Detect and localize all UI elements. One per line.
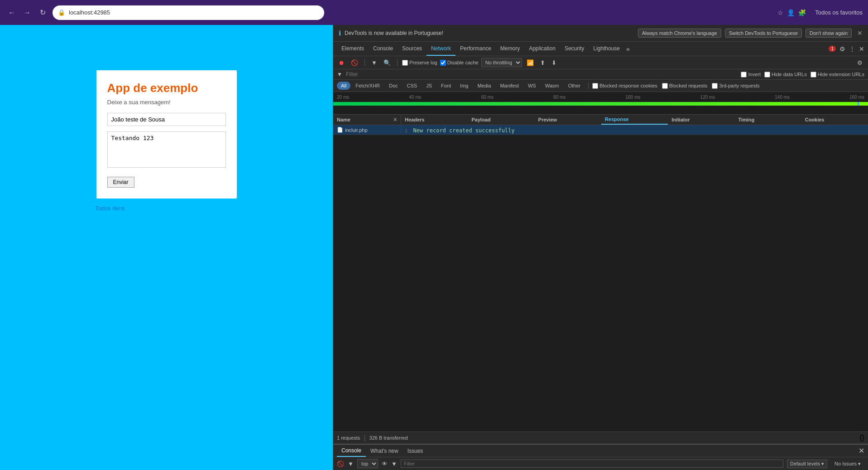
tab-sources[interactable]: Sources: [398, 42, 427, 56]
settings-icon[interactable]: ⚙: [839, 45, 845, 53]
dont-show-again-button[interactable]: Don't show again: [806, 29, 852, 38]
filter-tab-manifest[interactable]: Manifest: [496, 82, 523, 90]
preserve-log-checkbox[interactable]: [402, 60, 408, 66]
invert-checkbox[interactable]: [741, 72, 747, 78]
col-response[interactable]: Response: [601, 115, 668, 125]
settings-icon2[interactable]: ⚙: [855, 58, 864, 67]
default-levels-button[interactable]: Default levels ▾: [787, 460, 827, 468]
app-subtitle: Deixe a sua mensagem!: [107, 99, 226, 106]
filter-toggle-button[interactable]: ▼: [369, 58, 379, 67]
hide-ext-urls-checkbox[interactable]: [810, 72, 816, 78]
blocked-response-cookies-checkbox[interactable]: [592, 83, 598, 89]
filter-tab-other[interactable]: Other: [564, 82, 585, 90]
console-tab-console[interactable]: Console: [337, 445, 366, 457]
filter-tab-js[interactable]: JS: [422, 82, 436, 90]
profile-icon[interactable]: 👤: [787, 9, 795, 16]
col-initiator[interactable]: Initiator: [668, 115, 734, 124]
col-cookies[interactable]: Cookies: [801, 115, 868, 124]
name-input[interactable]: [107, 113, 226, 126]
console-filter-input[interactable]: [401, 460, 783, 468]
submit-button[interactable]: Enviar: [107, 177, 134, 188]
hide-data-urls-checkbox[interactable]: [764, 72, 770, 78]
preserve-log-label: Preserve log: [402, 60, 437, 66]
webpage: App de exemplo Deixe a sua mensagem! Tes…: [0, 25, 333, 470]
record-button[interactable]: ⏺: [337, 58, 346, 67]
status-divider: |: [364, 434, 365, 442]
filter-tab-ws[interactable]: WS: [524, 82, 540, 90]
console-ban-button[interactable]: 🚫: [337, 460, 344, 467]
browser-toolbar: ← → ↻ 🔒 localhost:42985 ☆ 👤 🧩 Todos os f…: [0, 0, 868, 25]
forward-button[interactable]: →: [21, 6, 34, 19]
app-card: App de exemplo Deixe a sua mensagem! Tes…: [96, 70, 237, 199]
console-filter2-icon[interactable]: ▼: [391, 460, 397, 467]
col-headers[interactable]: Headers: [401, 115, 468, 124]
tab-application[interactable]: Application: [524, 42, 560, 56]
tab-lighthouse[interactable]: Lighthouse: [589, 42, 624, 56]
format-button[interactable]: {}: [859, 434, 864, 442]
console-tab-issues[interactable]: Issues: [403, 445, 428, 457]
back-button[interactable]: ←: [5, 6, 18, 19]
todos-link[interactable]: Todos itens: [95, 205, 125, 212]
info-icon: ℹ: [339, 29, 341, 37]
col-timing[interactable]: Timing: [734, 115, 801, 124]
filter-tab-fetch-xhr[interactable]: Fetch/XHR: [351, 82, 384, 90]
filter-tab-media[interactable]: Media: [473, 82, 495, 90]
network-list-header: Name ✕ Headers Payload Preview Response …: [333, 115, 868, 125]
message-textarea[interactable]: Testando 123: [107, 131, 226, 168]
col-preview[interactable]: Preview: [535, 115, 601, 124]
filter-tab-font[interactable]: Font: [437, 82, 455, 90]
tab-memory[interactable]: Memory: [496, 42, 524, 56]
tab-network[interactable]: Network: [427, 42, 456, 56]
console-top-select[interactable]: top: [357, 459, 378, 468]
export-button[interactable]: ⬇: [550, 58, 558, 67]
bookmark-icon[interactable]: ☆: [777, 9, 783, 16]
no-issues-label: No Issues ▾: [831, 461, 864, 467]
tab-elements[interactable]: Elements: [337, 42, 369, 56]
filter-tab-css[interactable]: CSS: [403, 82, 422, 90]
online-icon[interactable]: 📶: [525, 58, 536, 67]
col-payload[interactable]: Payload: [468, 115, 534, 124]
console-close-button[interactable]: ✕: [858, 446, 864, 455]
more-options-icon[interactable]: ⋮: [849, 45, 855, 53]
transferred-size: 326 B transferred: [369, 435, 408, 441]
extensions-icon[interactable]: 🧩: [798, 9, 806, 16]
switch-devtools-button[interactable]: Switch DevTools to Portuguese: [725, 29, 802, 38]
search-button[interactable]: 🔍: [382, 58, 393, 67]
console-eye-icon[interactable]: 👁: [382, 460, 388, 467]
console-filter-icon[interactable]: ▼: [348, 460, 354, 467]
notification-close-button[interactable]: ✕: [857, 29, 863, 37]
table-row[interactable]: 📄 incluir.php 1 New record created succe…: [333, 125, 868, 135]
toolbar-divider2: [397, 59, 398, 66]
col-name-close[interactable]: ✕: [393, 117, 397, 123]
filter-tab-all[interactable]: All: [337, 82, 350, 90]
console-tab-whats-new[interactable]: What's new: [366, 445, 403, 457]
timeline-progress-bar: [333, 102, 868, 106]
clear-button[interactable]: 🚫: [349, 58, 360, 67]
more-tabs-button[interactable]: »: [626, 45, 630, 53]
console-tabs: Console What's new Issues ✕: [333, 445, 868, 457]
throttle-select[interactable]: No throttling: [481, 58, 522, 67]
blocked-requests-checkbox[interactable]: [662, 83, 668, 89]
filter-tab-wasm[interactable]: Wasm: [541, 82, 563, 90]
scale-20ms: 20 ms: [337, 95, 349, 100]
timeline-scale: 20 ms 40 ms 60 ms 80 ms 100 ms 120 ms 14…: [333, 95, 868, 100]
tab-security[interactable]: Security: [560, 42, 589, 56]
disable-cache-checkbox[interactable]: [440, 60, 446, 66]
tab-console[interactable]: Console: [369, 42, 398, 56]
match-language-button[interactable]: Always match Chrome's language: [638, 29, 721, 38]
error-badge: 1: [829, 46, 836, 52]
line-number: 1: [405, 128, 408, 133]
response-text: New record created successfully: [413, 127, 515, 134]
close-devtools-button[interactable]: ✕: [859, 45, 864, 53]
nav-buttons: ← → ↻: [5, 6, 49, 19]
console-bar: Console What's new Issues ✕ 🚫 ▼ top 👁 ▼ …: [333, 444, 868, 470]
reload-button[interactable]: ↻: [36, 6, 49, 19]
url-text: localhost:42985: [69, 9, 110, 16]
filter-input[interactable]: [346, 71, 738, 78]
third-party-checkbox[interactable]: [712, 83, 718, 89]
filter-tab-doc[interactable]: Doc: [385, 82, 402, 90]
tab-performance[interactable]: Performance: [456, 42, 496, 56]
import-button[interactable]: ⬆: [538, 58, 547, 67]
filter-tab-img[interactable]: Img: [456, 82, 472, 90]
address-bar[interactable]: 🔒 localhost:42985: [53, 5, 324, 20]
